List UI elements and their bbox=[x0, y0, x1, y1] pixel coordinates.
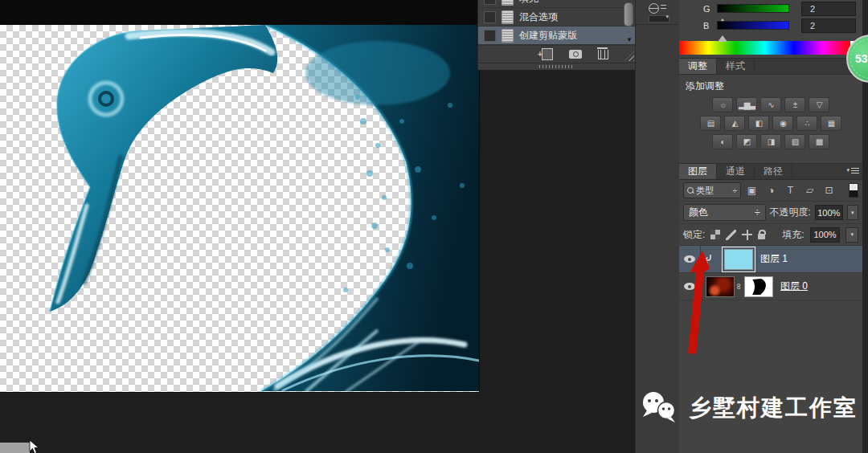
delete-trash-icon[interactable] bbox=[598, 50, 608, 59]
opacity-dropdown-button[interactable]: ▾ bbox=[847, 205, 858, 220]
invert-icon[interactable]: ◐ bbox=[712, 134, 733, 149]
layer-name[interactable]: 图层 1 bbox=[760, 252, 788, 266]
tab-styles[interactable]: 样式 bbox=[717, 59, 755, 74]
mask-link-icon[interactable]: ∞ bbox=[735, 282, 744, 292]
dropdown-arrows-icon: ÷ bbox=[733, 186, 738, 195]
filter-type-label: 类型 bbox=[696, 185, 714, 197]
action-item-fill[interactable]: 填充 bbox=[478, 0, 636, 8]
filter-type-dropdown[interactable]: 类型 ÷ bbox=[683, 182, 741, 198]
vibrance-icon[interactable]: ▽ bbox=[809, 97, 829, 112]
hue-saturation-icon[interactable]: ▤ bbox=[700, 116, 721, 131]
tab-channels[interactable]: 通道 bbox=[717, 164, 755, 179]
green-channel-label: G bbox=[703, 4, 711, 14]
layer-name[interactable]: 图层 0 bbox=[780, 280, 808, 293]
green-slider-row: G 2 bbox=[679, 0, 862, 17]
shape-filter-icon[interactable]: ▱ bbox=[801, 185, 818, 196]
new-action-icon[interactable] bbox=[542, 48, 553, 60]
add-adjustment-label: 添加调整 bbox=[679, 75, 862, 96]
image-filter-icon[interactable]: ▣ bbox=[743, 185, 760, 196]
filter-switch-toggle[interactable] bbox=[849, 183, 858, 198]
watermark-text: 乡墅村建工作室 bbox=[689, 393, 858, 423]
dock-divider bbox=[636, 24, 680, 25]
fill-value[interactable]: 100% bbox=[810, 227, 841, 243]
blue-slider-row: B 2 bbox=[679, 17, 862, 34]
adjustment-filter-icon[interactable]: ◑ bbox=[763, 185, 780, 196]
collapsed-panel-dock bbox=[635, 0, 681, 453]
color-spectrum-ramp[interactable] bbox=[679, 41, 862, 55]
brightness-contrast-icon[interactable]: ☼ bbox=[712, 97, 733, 112]
lock-label: 锁定: bbox=[683, 228, 705, 242]
adjustments-panel: 调整 样式 添加调整 ☼ ▂▆▃ ∿ ± ▽ ▤ ◭ ◧ ◉ ∴ ▦ ◐ ◩ ◨… bbox=[679, 58, 862, 164]
posterize-icon[interactable]: ◩ bbox=[736, 134, 757, 149]
lock-transparency-icon[interactable] bbox=[710, 230, 720, 239]
swan-image bbox=[0, 25, 479, 392]
search-icon bbox=[687, 187, 694, 194]
layer0-mask-thumbnail[interactable] bbox=[744, 276, 773, 297]
lock-all-icon[interactable] bbox=[758, 234, 765, 239]
opacity-label: 不透明度: bbox=[770, 206, 811, 219]
color-balance-icon[interactable]: ◭ bbox=[724, 116, 745, 131]
action-item-label: 混合选项 bbox=[519, 10, 558, 24]
exposure-icon[interactable]: ± bbox=[784, 97, 805, 112]
watermark: 乡墅村建工作室 bbox=[640, 391, 858, 425]
action-item-icon bbox=[502, 29, 514, 43]
type-filter-icon[interactable]: T bbox=[782, 185, 799, 196]
action-item-create-clipping-mask[interactable]: 创建剪贴蒙版 bbox=[478, 27, 636, 45]
actions-panel: 填充 混合选项 创建剪贴蒙版 ▼ bbox=[477, 0, 637, 70]
blend-mode-value: 颜色 bbox=[689, 206, 708, 219]
document-tab-bar bbox=[0, 0, 477, 25]
action-item-label: 填充 bbox=[519, 0, 538, 6]
tab-adjustments[interactable]: 调整 bbox=[679, 59, 717, 74]
photo-filter-icon[interactable]: ◉ bbox=[772, 116, 793, 131]
black-white-icon[interactable]: ◧ bbox=[748, 116, 769, 131]
lock-pixels-icon[interactable] bbox=[726, 230, 736, 240]
tab-layers[interactable]: 图层 bbox=[679, 164, 717, 179]
action-item-blending-options[interactable]: 混合选项 bbox=[478, 8, 636, 27]
panel-menu-icon[interactable]: ▾ bbox=[846, 167, 859, 173]
photoshop-window: { "history_panel": { "items": [ {"label"… bbox=[0, 0, 868, 453]
collapsed-panel-lines-icon bbox=[661, 5, 666, 11]
layer-filter-row: 类型 ÷ ▣ ◑ T ▱ ⊡ bbox=[679, 180, 862, 202]
gradient-map-icon[interactable]: ▧ bbox=[784, 134, 805, 149]
channel-mixer-icon[interactable]: ∴ bbox=[796, 116, 817, 131]
badge-count: 53 bbox=[855, 52, 868, 65]
blue-slider-thumb[interactable] bbox=[718, 22, 727, 42]
mouse-cursor bbox=[29, 440, 40, 453]
color-lookup-icon[interactable]: ▦ bbox=[821, 116, 841, 131]
canvas-document[interactable] bbox=[0, 25, 479, 392]
layer1-thumbnail[interactable] bbox=[724, 249, 753, 270]
green-slider[interactable] bbox=[717, 4, 789, 13]
spectrum-gradient[interactable] bbox=[679, 41, 850, 55]
smart-object-filter-icon[interactable]: ⊡ bbox=[821, 185, 837, 196]
blue-value-field[interactable]: 2 bbox=[801, 18, 856, 33]
fill-dropdown-button[interactable]: ▾ bbox=[845, 227, 858, 243]
threshold-icon[interactable]: ◨ bbox=[760, 134, 781, 149]
blue-channel-label: B bbox=[703, 21, 711, 31]
panel-resize-grip[interactable] bbox=[624, 51, 634, 61]
panel-drag-grip[interactable] bbox=[478, 63, 636, 70]
action-checkbox[interactable] bbox=[484, 11, 496, 23]
action-checkbox[interactable] bbox=[484, 30, 496, 42]
scroll-down-icon[interactable]: ▼ bbox=[626, 36, 633, 43]
opacity-value[interactable]: 100% bbox=[815, 205, 843, 220]
scrollbar-thumb[interactable] bbox=[624, 2, 633, 27]
green-value-field[interactable]: 2 bbox=[801, 2, 856, 16]
snapshot-camera-icon[interactable] bbox=[569, 50, 582, 59]
wechat-icon bbox=[640, 391, 682, 425]
collapsed-slider-icon[interactable] bbox=[649, 15, 669, 22]
lock-position-icon[interactable] bbox=[742, 230, 752, 240]
tab-paths[interactable]: 路径 bbox=[755, 164, 792, 179]
levels-icon[interactable]: ▂▆▃ bbox=[736, 97, 757, 112]
curves-icon[interactable]: ∿ bbox=[760, 97, 781, 112]
action-checkbox[interactable] bbox=[484, 0, 496, 5]
blend-mode-dropdown[interactable]: 颜色 ÷ bbox=[683, 204, 766, 221]
selective-color-icon[interactable]: ▩ bbox=[809, 134, 829, 149]
annotation-arrow bbox=[682, 249, 710, 358]
actions-panel-footer bbox=[478, 45, 636, 63]
statusbar-fragment bbox=[0, 443, 30, 453]
collapsed-panel-icon[interactable] bbox=[649, 3, 659, 14]
action-item-icon bbox=[502, 0, 514, 6]
fill-label: 填充: bbox=[782, 228, 804, 242]
blue-slider[interactable] bbox=[717, 21, 789, 30]
color-panel: G 2 B 2 bbox=[679, 0, 862, 58]
